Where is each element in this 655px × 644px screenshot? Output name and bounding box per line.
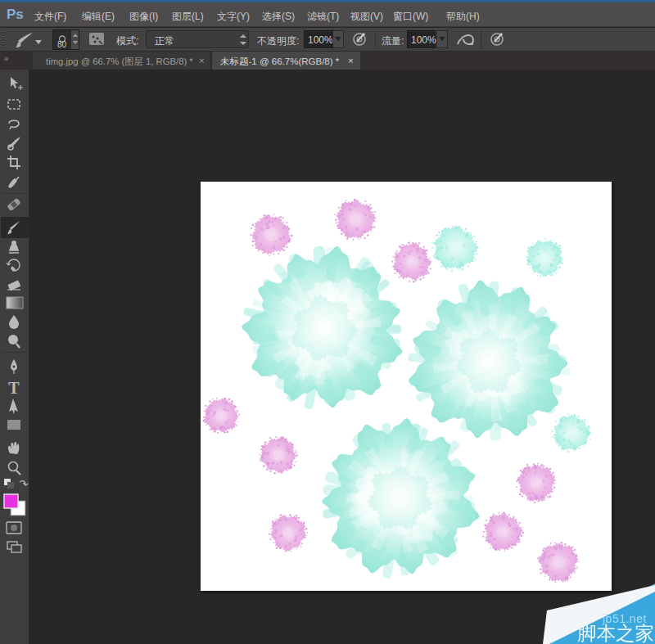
svg-text:T: T	[8, 379, 20, 397]
svg-text:脚本之家: 脚本之家	[577, 623, 654, 644]
